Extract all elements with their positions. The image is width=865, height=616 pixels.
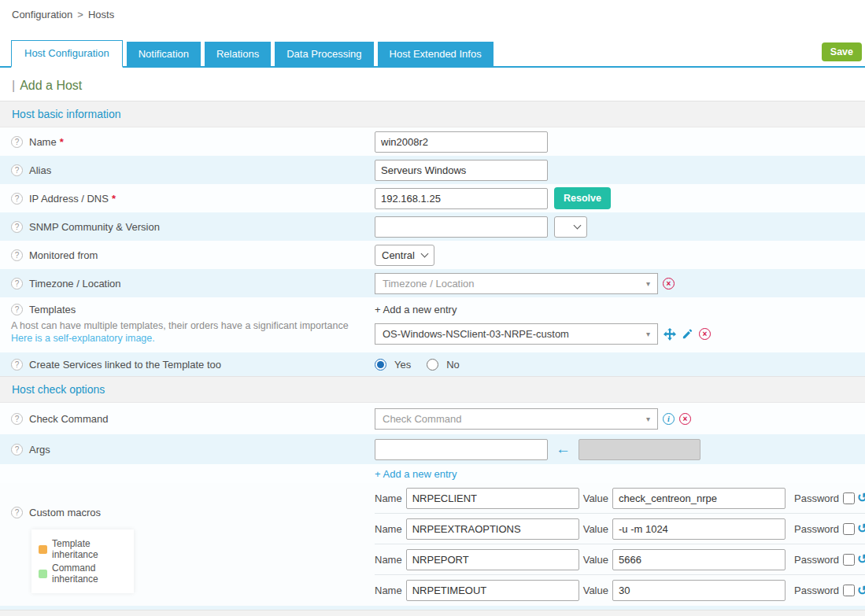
page-title: |Add a Host — [12, 79, 865, 93]
macro-value-input[interactable] — [612, 549, 786, 570]
check-command-select[interactable]: Check Command ▾ — [375, 408, 658, 430]
section-host-check-options: Host check options — [0, 376, 865, 403]
templates-help-link[interactable]: Here is a self-explanatory image. — [11, 333, 375, 344]
dropdown-arrow-icon: ▾ — [646, 279, 650, 288]
name-label: Name — [29, 136, 57, 148]
check-command-info-icon[interactable]: i — [663, 413, 675, 425]
clear-check-command-icon[interactable]: × — [679, 413, 691, 425]
dropdown-arrow-icon: ▾ — [646, 330, 650, 338]
alias-input[interactable] — [375, 160, 548, 181]
check-command-label: Check Command — [29, 413, 108, 425]
row-templates: ? Templates A host can have multiple tem… — [0, 297, 865, 352]
macro-undo-icon[interactable]: ↺ — [857, 554, 865, 565]
snmp-label: SNMP Community & Version — [29, 221, 160, 233]
help-icon[interactable]: ? — [11, 164, 23, 176]
section-scheduling-options: Scheduling options — [0, 610, 865, 616]
macro-value-input[interactable] — [612, 488, 786, 509]
delete-template-icon[interactable]: × — [699, 328, 711, 340]
macro-row: Name Value Password ↺ × — [375, 575, 865, 606]
dropdown-arrow-icon: ▾ — [646, 415, 650, 423]
macro-name-input[interactable] — [406, 580, 579, 601]
breadcrumb-separator: > — [77, 9, 83, 20]
help-icon[interactable]: ? — [11, 444, 23, 456]
timezone-label: Timezone / Location — [29, 278, 121, 290]
help-icon[interactable]: ? — [11, 507, 23, 518]
macro-row: Name Value Password ↺ × — [375, 483, 865, 514]
create-services-yes-radio[interactable] — [375, 359, 386, 371]
help-icon[interactable]: ? — [11, 304, 23, 315]
macro-undo-icon[interactable]: ↺ — [857, 585, 865, 596]
templates-label: Templates — [29, 304, 76, 315]
help-icon[interactable]: ? — [11, 413, 23, 425]
ip-address-input[interactable] — [375, 188, 548, 209]
row-create-services: ? Create Services linked to the Template… — [0, 352, 865, 376]
help-icon[interactable]: ? — [11, 221, 23, 233]
macros-add-entry-link[interactable]: + Add a new entry — [375, 468, 457, 480]
edit-template-icon[interactable] — [682, 328, 693, 340]
args-input[interactable] — [375, 439, 548, 460]
help-icon[interactable]: ? — [11, 193, 23, 205]
row-args: ? Args ← — [0, 434, 865, 464]
macro-password-checkbox[interactable] — [843, 492, 855, 504]
tab-relations[interactable]: Relations — [205, 42, 271, 66]
row-ip-address: ? IP Address / DNS * Resolve — [0, 184, 865, 212]
tab-data-processing[interactable]: Data Processing — [275, 42, 373, 66]
row-macros-add-entry: + Add a new entry — [0, 464, 865, 483]
macro-row: Name Value Password ↺ × — [375, 544, 865, 575]
required-marker: * — [60, 136, 64, 148]
row-alias: ? Alias — [0, 156, 865, 184]
name-input[interactable] — [375, 131, 548, 153]
command-inheritance-swatch — [39, 570, 47, 578]
macro-name-input[interactable] — [406, 549, 579, 570]
args-label: Args — [29, 444, 50, 456]
help-icon[interactable]: ? — [11, 359, 23, 371]
template-inheritance-swatch — [39, 545, 47, 554]
macro-password-checkbox[interactable] — [843, 523, 855, 535]
snmp-version-select[interactable] — [554, 216, 587, 238]
breadcrumb: Configuration>Hosts — [0, 0, 865, 20]
tab-notification[interactable]: Notification — [127, 42, 201, 66]
macro-password-checkbox[interactable] — [843, 585, 855, 596]
ip-address-label: IP Address / DNS — [29, 193, 109, 205]
custom-macros-label: Custom macros — [29, 507, 101, 518]
args-preview-disabled-input — [579, 439, 701, 460]
move-template-icon[interactable] — [664, 328, 676, 341]
row-snmp: ? SNMP Community & Version — [0, 212, 865, 241]
macro-name-input[interactable] — [406, 518, 579, 540]
macros-legend: Template inheritance Command inheritance — [31, 529, 134, 593]
macro-undo-icon[interactable]: ↺ — [857, 523, 865, 534]
section-host-basic-information: Host basic information — [0, 101, 865, 127]
clear-timezone-icon[interactable]: × — [663, 278, 675, 290]
save-button[interactable]: Save — [822, 42, 862, 61]
tab-bar: Host Configuration Notification Relation… — [0, 40, 865, 68]
create-services-no-radio[interactable] — [427, 359, 438, 371]
create-services-label: Create Services linked to the Template t… — [29, 359, 221, 371]
chevron-down-icon — [574, 221, 582, 229]
macro-value-input[interactable] — [612, 580, 786, 601]
alias-label: Alias — [29, 164, 51, 176]
breadcrumb-configuration[interactable]: Configuration — [12, 9, 72, 20]
templates-help-text: A host can have multiple templates, thei… — [11, 320, 375, 331]
templates-add-entry-link[interactable]: + Add a new entry — [375, 304, 865, 315]
resolve-button[interactable]: Resolve — [554, 187, 611, 209]
arrow-left-icon: ← — [556, 441, 571, 458]
help-icon[interactable]: ? — [11, 278, 23, 290]
tab-host-configuration[interactable]: Host Configuration — [11, 40, 123, 68]
macro-row: Name Value Password ↺ × — [375, 514, 865, 544]
template-select[interactable]: OS-Windows-NSClient-03-NRPE-custom ▾ — [375, 323, 658, 345]
monitored-from-label: Monitored from — [29, 249, 98, 261]
macro-password-checkbox[interactable] — [843, 554, 855, 566]
row-check-command: ? Check Command Check Command ▾ i × — [0, 403, 865, 434]
macro-value-input[interactable] — [612, 518, 786, 540]
help-icon[interactable]: ? — [11, 249, 23, 261]
tab-host-extended-infos[interactable]: Host Extended Infos — [378, 42, 493, 66]
row-name: ? Name * — [0, 127, 865, 156]
macro-name-input[interactable] — [406, 488, 579, 509]
snmp-community-input[interactable] — [375, 216, 548, 238]
timezone-select[interactable]: Timezone / Location ▾ — [375, 273, 658, 294]
breadcrumb-hosts[interactable]: Hosts — [88, 9, 114, 20]
monitored-from-select[interactable]: Central — [375, 245, 434, 266]
macro-undo-icon[interactable]: ↺ — [857, 492, 865, 503]
help-icon[interactable]: ? — [11, 136, 23, 148]
chevron-down-icon — [420, 249, 428, 257]
